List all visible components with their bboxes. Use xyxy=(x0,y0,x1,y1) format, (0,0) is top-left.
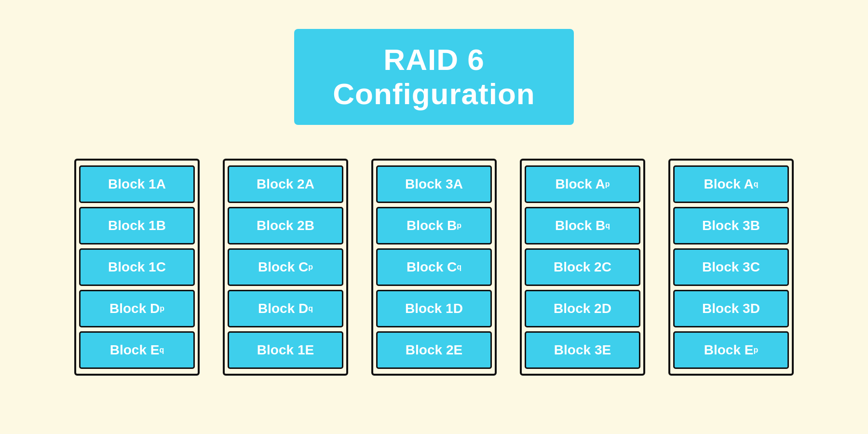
block-5-3: Block 3C xyxy=(673,248,789,286)
block-3-3: Block Cq xyxy=(376,248,492,286)
block-3-2: Block Bp xyxy=(376,207,492,244)
disk-4: Block ApBlock BqBlock 2CBlock 2DBlock 3E xyxy=(520,159,645,376)
title-box: RAID 6 Configuration xyxy=(294,29,573,125)
disk-1: Block 1ABlock 1BBlock 1CBlock DpBlock Eq xyxy=(74,159,200,376)
disk-5: Block AqBlock 3BBlock 3CBlock 3DBlock Ep xyxy=(668,159,794,376)
block-1-2: Block 1B xyxy=(79,207,195,244)
block-1-3: Block 1C xyxy=(79,248,195,286)
block-2-3: Block Cp xyxy=(228,248,343,286)
block-3-4: Block 1D xyxy=(376,290,492,327)
block-1-4: Block Dp xyxy=(79,290,195,327)
block-2-2: Block 2B xyxy=(228,207,343,244)
block-5-2: Block 3B xyxy=(673,207,789,244)
block-5-5: Block Ep xyxy=(673,331,789,369)
disks-container: Block 1ABlock 1BBlock 1CBlock DpBlock Eq… xyxy=(74,159,794,376)
block-4-2: Block Bq xyxy=(525,207,640,244)
block-3-5: Block 2E xyxy=(376,331,492,369)
block-1-1: Block 1A xyxy=(79,165,195,203)
block-1-5: Block Eq xyxy=(79,331,195,369)
block-5-4: Block 3D xyxy=(673,290,789,327)
block-5-1: Block Aq xyxy=(673,165,789,203)
block-4-4: Block 2D xyxy=(525,290,640,327)
block-2-5: Block 1E xyxy=(228,331,343,369)
block-3-1: Block 3A xyxy=(376,165,492,203)
block-2-1: Block 2A xyxy=(228,165,343,203)
block-2-4: Block Dq xyxy=(228,290,343,327)
title-text: RAID 6 Configuration xyxy=(333,42,535,111)
disk-2: Block 2ABlock 2BBlock CpBlock DqBlock 1E xyxy=(223,159,348,376)
block-4-3: Block 2C xyxy=(525,248,640,286)
block-4-5: Block 3E xyxy=(525,331,640,369)
disk-3: Block 3ABlock BpBlock CqBlock 1DBlock 2E xyxy=(371,159,497,376)
block-4-1: Block Ap xyxy=(525,165,640,203)
